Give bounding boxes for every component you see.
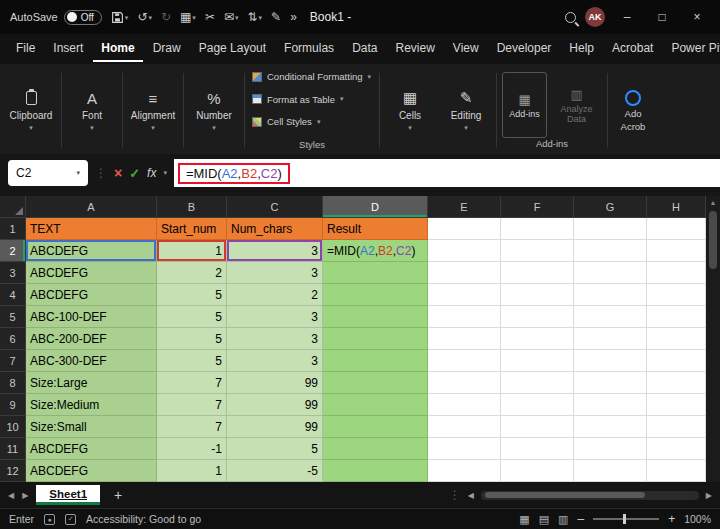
cell-B5[interactable]: 5: [157, 306, 227, 328]
menu-item-insert[interactable]: Insert: [45, 36, 91, 62]
cell-C5[interactable]: 3: [227, 306, 323, 328]
zoom-out-button[interactable]: –: [577, 512, 584, 526]
cell-D9[interactable]: [323, 394, 428, 416]
cell-G7[interactable]: [574, 350, 647, 372]
name-box[interactable]: C2 ▾: [8, 160, 88, 186]
format-painter-button[interactable]: ✎: [271, 11, 281, 23]
cell-B10[interactable]: 7: [157, 416, 227, 438]
cell-C8[interactable]: 99: [227, 372, 323, 394]
row-header-11[interactable]: 11: [0, 438, 26, 460]
cell-H8[interactable]: [647, 372, 706, 394]
cell-C7[interactable]: 3: [227, 350, 323, 372]
cell-E8[interactable]: [428, 372, 501, 394]
cell-B3[interactable]: 2: [157, 262, 227, 284]
cell-A1[interactable]: TEXT: [26, 218, 157, 240]
row-header-5[interactable]: 5: [0, 306, 26, 328]
menu-item-home[interactable]: Home: [93, 36, 142, 62]
cancel-button[interactable]: ×: [114, 165, 122, 181]
more-commands-button[interactable]: »: [290, 11, 297, 23]
column-header-B[interactable]: B: [157, 196, 227, 218]
cell-C4[interactable]: 2: [227, 284, 323, 306]
cell-H7[interactable]: [647, 350, 706, 372]
cell-D5[interactable]: [323, 306, 428, 328]
row-header-1[interactable]: 1: [0, 218, 26, 240]
cell-F9[interactable]: [501, 394, 574, 416]
cell-D1[interactable]: Result: [323, 218, 428, 240]
cell-C10[interactable]: 99: [227, 416, 323, 438]
row-header-4[interactable]: 4: [0, 284, 26, 306]
format-as-table-button[interactable]: Format as Table ▾: [252, 94, 372, 105]
cell-G5[interactable]: [574, 306, 647, 328]
cell-H12[interactable]: [647, 460, 706, 482]
addins-button[interactable]: ▦ Add-ins: [502, 72, 547, 138]
ribbon-group-font[interactable]: A Font ▾: [65, 69, 119, 152]
cell-C2[interactable]: 3: [227, 240, 323, 262]
cell-G4[interactable]: [574, 284, 647, 306]
menu-item-formulas[interactable]: Formulas: [276, 36, 342, 62]
cell-H3[interactable]: [647, 262, 706, 284]
cell-A12[interactable]: ABCDEFG: [26, 460, 157, 482]
ribbon-group-number[interactable]: % Number ▾: [187, 69, 241, 152]
row-header-6[interactable]: 6: [0, 328, 26, 350]
row-header-7[interactable]: 7: [0, 350, 26, 372]
menu-item-page-layout[interactable]: Page Layout: [191, 36, 274, 62]
scrollbar-thumb[interactable]: [709, 211, 717, 269]
row-header-8[interactable]: 8: [0, 372, 26, 394]
row-header-10[interactable]: 10: [0, 416, 26, 438]
row-header-9[interactable]: 9: [0, 394, 26, 416]
zoom-slider-thumb[interactable]: [623, 514, 626, 524]
cell-styles-button[interactable]: Cell Styles ▾: [252, 116, 372, 127]
menu-item-file[interactable]: File: [8, 36, 43, 62]
cell-D11[interactable]: [323, 438, 428, 460]
normal-view-icon[interactable]: ▦: [519, 513, 529, 526]
cell-B7[interactable]: 5: [157, 350, 227, 372]
cell-H4[interactable]: [647, 284, 706, 306]
copy-button[interactable]: ▦▾: [180, 11, 196, 23]
cut-button[interactable]: ✂: [205, 11, 215, 23]
cell-E12[interactable]: [428, 460, 501, 482]
cell-E10[interactable]: [428, 416, 501, 438]
cell-D8[interactable]: [323, 372, 428, 394]
row-header-3[interactable]: 3: [0, 262, 26, 284]
cell-B12[interactable]: 1: [157, 460, 227, 482]
cell-C12[interactable]: -5: [227, 460, 323, 482]
column-header-D[interactable]: D: [323, 196, 428, 218]
cell-A3[interactable]: ABCDEFG: [26, 262, 157, 284]
zoom-level[interactable]: 100%: [684, 513, 711, 525]
cell-A6[interactable]: ABC-200-DEF: [26, 328, 157, 350]
menu-item-review[interactable]: Review: [387, 36, 442, 62]
cell-A8[interactable]: Size:Large: [26, 372, 157, 394]
email-button[interactable]: ✉▾: [224, 11, 239, 23]
cell-H11[interactable]: [647, 438, 706, 460]
menu-item-draw[interactable]: Draw: [145, 36, 189, 62]
select-all-button[interactable]: [0, 196, 26, 218]
cell-E7[interactable]: [428, 350, 501, 372]
cell-A7[interactable]: ABC-300-DEF: [26, 350, 157, 372]
cell-F10[interactable]: [501, 416, 574, 438]
column-header-F[interactable]: F: [501, 196, 574, 218]
menu-item-help[interactable]: Help: [561, 36, 602, 62]
scroll-left-button[interactable]: ◀: [468, 491, 474, 500]
column-header-E[interactable]: E: [428, 196, 501, 218]
cell-F11[interactable]: [501, 438, 574, 460]
cell-H10[interactable]: [647, 416, 706, 438]
scroll-up-icon[interactable]: ▲: [710, 198, 717, 208]
cell-B6[interactable]: 5: [157, 328, 227, 350]
autosave-switch[interactable]: Off: [64, 10, 102, 25]
search-button[interactable]: [565, 12, 576, 23]
row-header-2[interactable]: 2: [0, 240, 26, 262]
cell-C3[interactable]: 3: [227, 262, 323, 284]
sheet-tab-sheet1[interactable]: Sheet1: [36, 485, 100, 505]
cell-A9[interactable]: Size:Medium: [26, 394, 157, 416]
cell-D7[interactable]: [323, 350, 428, 372]
cell-B11[interactable]: -1: [157, 438, 227, 460]
menu-item-view[interactable]: View: [445, 36, 487, 62]
cell-D4[interactable]: [323, 284, 428, 306]
splitter-handle-icon[interactable]: ⋮: [449, 488, 461, 502]
column-header-A[interactable]: A: [26, 196, 157, 218]
page-break-view-icon[interactable]: ▥: [558, 513, 568, 526]
cell-F5[interactable]: [501, 306, 574, 328]
cell-A11[interactable]: ABCDEFG: [26, 438, 157, 460]
cell-B9[interactable]: 7: [157, 394, 227, 416]
cell-F2[interactable]: [501, 240, 574, 262]
